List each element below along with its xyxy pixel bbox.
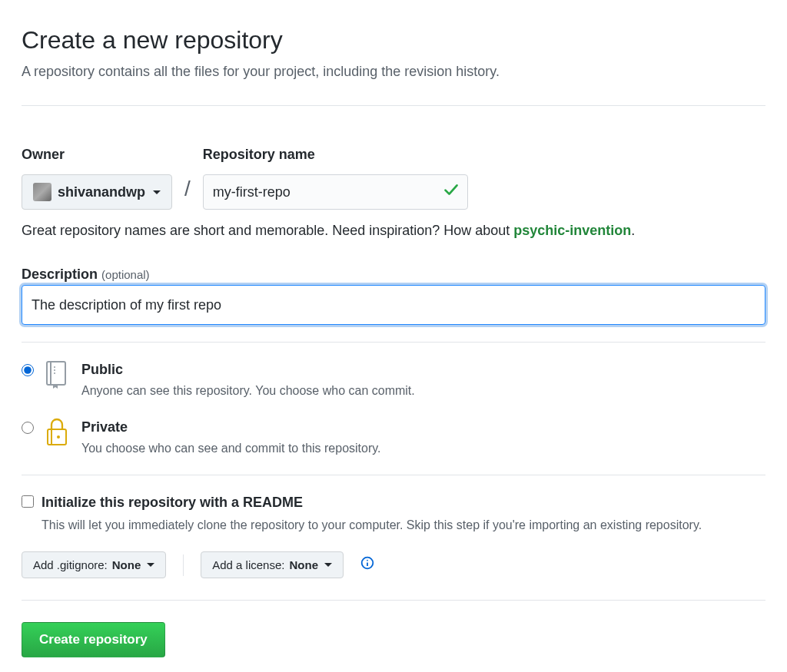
hint-suffix: .: [631, 223, 635, 238]
private-title: Private: [81, 417, 381, 438]
public-radio[interactable]: [22, 364, 34, 376]
caret-down-icon: [324, 563, 332, 567]
svg-point-9: [367, 559, 368, 561]
vertical-separator: [183, 554, 184, 576]
description-input[interactable]: [22, 285, 765, 325]
suggestion-link[interactable]: psychic-invention: [513, 223, 631, 238]
name-hint: Great repository names are short and mem…: [22, 220, 765, 241]
lock-icon: [45, 417, 71, 451]
private-radio[interactable]: [22, 422, 34, 434]
repo-name-input[interactable]: [203, 174, 468, 210]
svg-rect-0: [47, 362, 65, 385]
svg-point-3: [54, 369, 55, 371]
svg-rect-6: [51, 429, 52, 445]
visibility-private-option[interactable]: Private You choose who can see and commi…: [22, 417, 765, 458]
gitignore-label: Add .gitignore:: [33, 558, 108, 571]
public-desc: Anyone can see this repository. You choo…: [81, 382, 415, 400]
repo-name-label: Repository name: [203, 144, 468, 165]
license-label: Add a license:: [212, 558, 284, 571]
info-icon[interactable]: [360, 556, 374, 574]
checkmark-icon: [443, 182, 459, 202]
slash-separator: /: [184, 173, 191, 210]
caret-down-icon: [153, 190, 161, 194]
svg-rect-1: [50, 362, 51, 385]
readme-title: Initialize this repository with a README: [42, 492, 303, 513]
owner-label: Owner: [22, 144, 172, 165]
caret-down-icon: [147, 563, 154, 567]
svg-point-2: [54, 366, 55, 368]
page-title: Create a new repository: [22, 22, 765, 58]
license-value: None: [289, 558, 318, 571]
owner-username: shivanandwp: [58, 184, 145, 200]
gitignore-value: None: [112, 558, 141, 571]
readme-desc: This will let you immediately clone the …: [42, 516, 765, 535]
description-label: Description (optional): [22, 266, 150, 282]
avatar: [33, 183, 51, 201]
hint-prefix: Great repository names are short and mem…: [22, 223, 513, 238]
gitignore-dropdown[interactable]: Add .gitignore: None: [22, 551, 166, 578]
divider: [22, 105, 765, 106]
readme-checkbox[interactable]: [22, 495, 34, 508]
repo-public-icon: [45, 359, 71, 393]
visibility-public-option[interactable]: Public Anyone can see this repository. Y…: [22, 359, 765, 400]
owner-dropdown[interactable]: shivanandwp: [22, 174, 172, 210]
svg-point-7: [57, 435, 60, 439]
svg-point-4: [54, 372, 55, 374]
license-dropdown[interactable]: Add a license: None: [201, 551, 344, 578]
page-subtitle: A repository contains all the files for …: [22, 61, 765, 82]
public-title: Public: [81, 359, 415, 380]
private-desc: You choose who can see and commit to thi…: [81, 439, 381, 458]
create-repository-button[interactable]: Create repository: [22, 622, 165, 657]
optional-hint: (optional): [101, 268, 150, 281]
